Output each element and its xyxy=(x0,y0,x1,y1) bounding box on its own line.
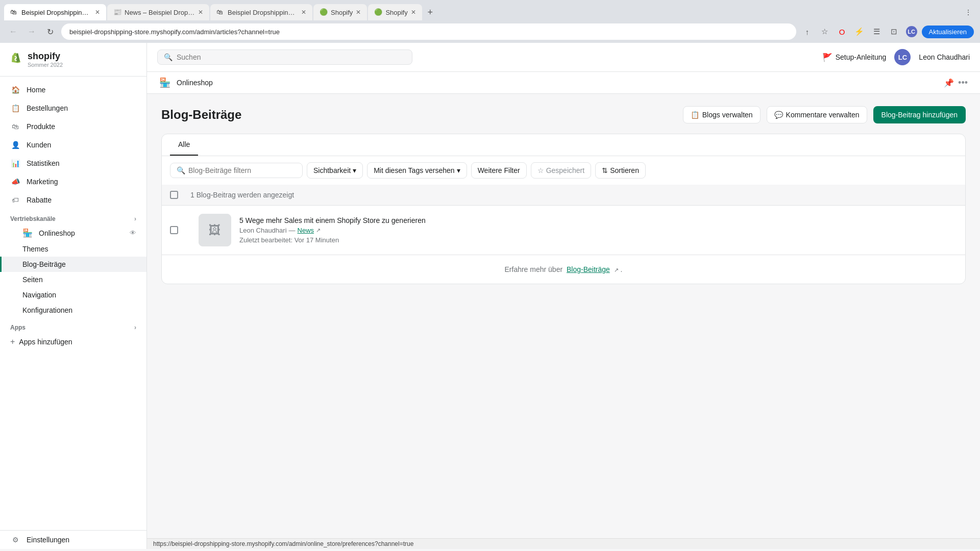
sidebar-item-blog-posts[interactable]: Blog-Beiträge xyxy=(0,257,146,272)
main-content: 🔍 🚩 Setup-Anleitung LC Leon Chaudhari 🏪 … xyxy=(147,43,980,549)
tab5-close[interactable]: ✕ xyxy=(411,9,416,16)
sidebar-item-onlineshop-label: Onlineshop xyxy=(39,229,75,237)
sidebar-item-discounts[interactable]: 🏷 Rabatte xyxy=(0,191,146,209)
app-layout: shopify Sommer 2022 🏠 Home 📋 Bestellunge… xyxy=(0,43,980,549)
setup-link[interactable]: 🚩 Setup-Anleitung xyxy=(822,53,887,62)
tab-end: ⋮ xyxy=(961,8,976,16)
avatar[interactable]: LC xyxy=(894,49,911,65)
sidebar-item-orders-label: Bestellungen xyxy=(27,104,136,112)
tab1-close[interactable]: ✕ xyxy=(95,9,100,16)
sidebar-item-onlineshop[interactable]: 🏪 Onlineshop 👁 xyxy=(0,224,146,241)
apps-expand[interactable]: › xyxy=(134,324,136,331)
more-options-icon[interactable]: ••• xyxy=(958,78,968,88)
channel-bar: 🏪 Onlineshop 📌 ••• xyxy=(147,72,980,94)
manage-comments-button[interactable]: 💬 Kommentare verwalten xyxy=(767,106,867,123)
brand-info: shopify Sommer 2022 xyxy=(28,51,63,68)
tab3-close[interactable]: ✕ xyxy=(301,9,306,16)
sales-channels-expand[interactable]: › xyxy=(134,215,136,222)
learn-more-text-after: . xyxy=(621,265,623,273)
sidebar-item-statistics[interactable]: 📊 Statistiken xyxy=(0,154,146,172)
sidebar-header: shopify Sommer 2022 xyxy=(0,43,146,77)
search-icon: 🔍 xyxy=(164,53,173,61)
sub-nav: Themes Blog-Beiträge Seiten Navigation K… xyxy=(0,241,146,318)
sidebar-item-configurations[interactable]: Konfigurationen xyxy=(0,303,146,318)
browser-tab-3[interactable]: 🛍 Beispiel Dropshipping Store ✕ xyxy=(210,4,312,20)
manage-comments-icon: 💬 xyxy=(774,111,783,119)
filters-row: 🔍 Sichtbarkeit ▾ Mit diesen Tags versehe… xyxy=(162,156,965,185)
eye-icon: 👁 xyxy=(130,229,136,237)
bookmark-icon[interactable]: ☆ xyxy=(818,24,832,39)
setup-label: Setup-Anleitung xyxy=(836,53,887,61)
select-all-checkbox[interactable] xyxy=(170,191,178,199)
browser-tab-2[interactable]: 📰 News – Beispiel Dropshipping… ✕ xyxy=(107,4,209,20)
channel-icon: 🏪 xyxy=(159,77,170,88)
learn-more-link[interactable]: Blog-Beiträge xyxy=(567,265,610,273)
browser-tab-4[interactable]: 🟢 Shopify ✕ xyxy=(313,4,367,20)
tab4-close[interactable]: ✕ xyxy=(356,9,361,16)
sidebar-item-themes[interactable]: Themes xyxy=(0,241,146,257)
tags-filter-button[interactable]: Mit diesen Tags versehen ▾ xyxy=(367,162,467,179)
flag-icon: 🚩 xyxy=(822,53,832,62)
extensions-icon[interactable]: ⚡ xyxy=(852,24,867,39)
visibility-filter-button[interactable]: Sichtbarkeit ▾ xyxy=(307,162,363,179)
opera-icon[interactable]: O xyxy=(835,24,849,39)
pin-icon[interactable]: 📌 xyxy=(944,78,954,88)
search-input[interactable] xyxy=(177,53,330,61)
statistics-icon: 📊 xyxy=(10,158,20,168)
share-icon[interactable]: ↑ xyxy=(800,24,815,39)
sidebar-item-products[interactable]: 🛍 Produkte xyxy=(0,117,146,136)
search-input-inner: 🔍 xyxy=(157,49,412,65)
manage-blogs-label: Blogs verwalten xyxy=(702,111,753,119)
external-icon: ↗ xyxy=(614,267,619,273)
browser-tab-1[interactable]: 🛍 Beispiel Dropshipping Store ·… ✕ xyxy=(4,4,106,20)
post-meta: Leon Chaudhari — News ↗ xyxy=(239,227,957,234)
sidebar-item-settings[interactable]: ⚙ Einstellungen xyxy=(0,530,146,549)
table-row[interactable]: 🖼 5 Wege mehr Sales mit einem Shopify St… xyxy=(162,206,965,255)
toolbar-icons: ↑ ☆ O ⚡ ☰ ⊡ LC Aktualisieren xyxy=(800,24,974,39)
tab5-favicon: 🟢 xyxy=(374,8,382,16)
add-apps-button[interactable]: + Apps hinzufügen xyxy=(0,333,146,350)
page-header: Blog-Beiträge 📋 Blogs verwalten 💬 Kommen… xyxy=(161,106,966,123)
tab3-favicon: 🛍 xyxy=(216,8,225,16)
back-button[interactable]: ← xyxy=(6,24,20,39)
more-filters-button[interactable]: Weitere Filter xyxy=(471,162,527,179)
menu-icon[interactable]: ☰ xyxy=(870,24,884,39)
saved-filters-button[interactable]: ☆ Gespeichert xyxy=(531,162,591,179)
split-icon[interactable]: ⊡ xyxy=(887,24,901,39)
plus-icon: + xyxy=(10,337,15,346)
tags-label: Mit diesen Tags versehen xyxy=(374,166,455,174)
sidebar-item-navigation[interactable]: Navigation xyxy=(0,287,146,303)
sort-label: Sortieren xyxy=(610,166,639,174)
sidebar-item-orders[interactable]: 📋 Bestellungen xyxy=(0,99,146,117)
image-placeholder-icon: 🖼 xyxy=(209,223,221,237)
sidebar-item-marketing[interactable]: 📣 Marketing xyxy=(0,172,146,191)
tab-all[interactable]: Alle xyxy=(170,134,198,156)
sort-button[interactable]: ⇅ Sortieren xyxy=(595,162,646,179)
address-bar[interactable] xyxy=(61,23,796,40)
post-last-edited: Zuletzt bearbeitet: Vor 17 Minuten xyxy=(239,236,957,244)
row-checkbox-col xyxy=(170,226,190,234)
status-url: https://beispiel-dropshipping-store.mysh… xyxy=(153,540,413,547)
add-post-button[interactable]: Blog-Beitrag hinzufügen xyxy=(873,106,966,123)
onlineshop-icon: 🏪 xyxy=(22,228,33,238)
blog-search-input[interactable] xyxy=(188,166,290,174)
apps-section-label: Apps › xyxy=(0,318,146,333)
reload-button[interactable]: ↻ xyxy=(43,24,57,39)
update-button[interactable]: Aktualisieren xyxy=(922,26,974,38)
sidebar-item-pages[interactable]: Seiten xyxy=(0,272,146,287)
browser-tab-5[interactable]: 🟢 Shopify ✕ xyxy=(368,4,422,20)
manage-blogs-button[interactable]: 📋 Blogs verwalten xyxy=(683,106,761,123)
post-blog-link[interactable]: News xyxy=(298,227,314,234)
forward-button[interactable]: → xyxy=(24,24,39,39)
sidebar-item-home[interactable]: 🏠 Home xyxy=(0,81,146,99)
new-tab-button[interactable]: + xyxy=(423,5,437,19)
post-checkbox[interactable] xyxy=(170,226,178,234)
configurations-label: Konfigurationen xyxy=(22,306,72,314)
manage-comments-label: Kommentare verwalten xyxy=(786,111,860,119)
profile-icon[interactable]: LC xyxy=(904,24,919,39)
external-link-icon: ↗ xyxy=(316,227,321,234)
saved-label: Gespeichert xyxy=(546,166,584,174)
tab2-close[interactable]: ✕ xyxy=(198,9,203,16)
manage-blogs-icon: 📋 xyxy=(691,111,699,119)
sidebar-item-customers[interactable]: 👤 Kunden xyxy=(0,136,146,154)
